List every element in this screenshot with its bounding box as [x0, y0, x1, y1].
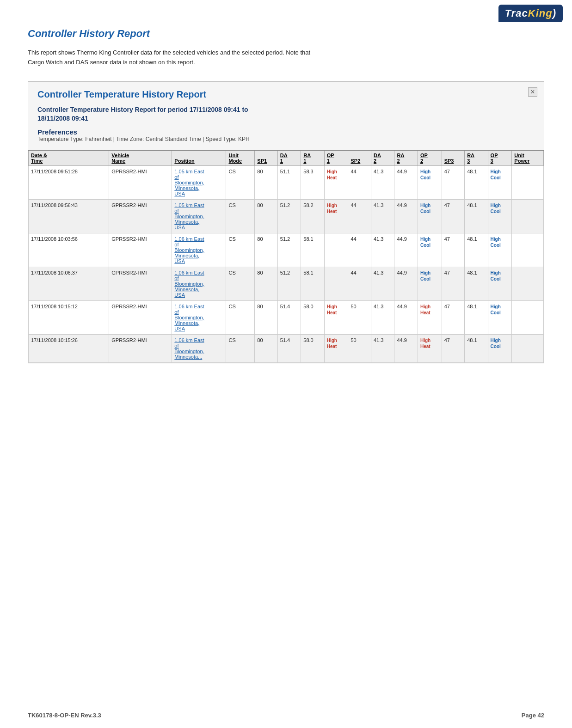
position-link[interactable]: USA — [174, 258, 223, 264]
panel-header: Controller Temperature History Report × … — [28, 82, 544, 150]
high-cool-label: HighCool — [491, 169, 501, 180]
position-link[interactable]: USA — [174, 292, 223, 298]
high-heat-label: HighHeat — [420, 338, 431, 349]
cell-sp1: 80 — [255, 199, 278, 233]
cell-unit-mode: CS — [226, 199, 255, 233]
high-cool-label: HighCool — [491, 237, 501, 248]
position-link[interactable]: USA — [174, 225, 223, 230]
position-link[interactable]: Bloomington, — [174, 247, 223, 253]
position-link[interactable]: of — [174, 174, 223, 180]
high-cool-label: HighCool — [420, 270, 431, 281]
position-link[interactable]: 1.06 km East — [174, 304, 223, 309]
position-link[interactable]: Minnesota, — [174, 287, 223, 292]
cell-op3: HighCool — [488, 300, 512, 334]
position-link[interactable]: Minnesota, — [174, 185, 223, 191]
close-button[interactable]: × — [528, 87, 537, 97]
cell-ra2: 44.9 — [394, 334, 418, 362]
cell-op3: HighCool — [488, 334, 512, 362]
position-link[interactable]: USA — [174, 191, 223, 196]
cell-ra1: 58.1 — [301, 267, 324, 300]
table-row: 17/11/2008 10:15:12GPRSSR2-HMI1.06 km Ea… — [29, 300, 544, 334]
cell-position[interactable]: 1.05 km EastofBloomington,Minnesota,USA — [172, 165, 226, 199]
cell-op1: HighHeat — [324, 334, 348, 362]
table-row: 17/11/2008 10:03:56GPRSSR2-HMI1.06 km Ea… — [29, 233, 544, 267]
position-link[interactable]: Minnesota... — [174, 354, 223, 360]
position-link[interactable]: Bloomington, — [174, 315, 223, 320]
table-body: 17/11/2008 09:51:28GPRSSR2-HMI1.05 km Ea… — [29, 165, 544, 362]
cell-unit-mode: CS — [226, 300, 255, 334]
table-row: 17/11/2008 10:15:26GPRSSR2-HMI1.06 km Ea… — [29, 334, 544, 362]
cell-unit-power — [512, 300, 544, 334]
cell-sp3: 47 — [442, 300, 465, 334]
position-link[interactable]: of — [174, 309, 223, 315]
high-cool-label: HighCool — [420, 169, 431, 180]
logo-trac: Trac — [505, 7, 528, 19]
position-link[interactable]: 1.06 km East — [174, 236, 223, 242]
logo: TracKing) — [498, 5, 563, 22]
position-link[interactable]: Minnesota, — [174, 219, 223, 225]
cell-unit-mode: CS — [226, 233, 255, 267]
cell-da1: 51.4 — [277, 300, 301, 334]
cell-sp2: 44 — [348, 267, 371, 300]
cell-da1: 51.2 — [277, 233, 301, 267]
cell-unit-mode: CS — [226, 267, 255, 300]
cell-sp1: 80 — [255, 267, 278, 300]
position-link[interactable]: of — [174, 242, 223, 247]
cell-op3: HighCool — [488, 233, 512, 267]
cell-date-time: 17/11/2008 09:56:43 — [29, 199, 109, 233]
cell-unit-power — [512, 199, 544, 233]
cell-position[interactable]: 1.06 km EastofBloomington,Minnesota,USA — [172, 233, 226, 267]
table-header-row: Date &Time VehicleName Position UnitMode… — [29, 150, 544, 166]
cell-position[interactable]: 1.05 km EastofBloomington,Minnesota,USA — [172, 199, 226, 233]
prefs-section: Preferences Temperature Type: Fahrenheit… — [37, 128, 535, 142]
cell-op2: HighCool — [418, 199, 442, 233]
cell-ra1: 58.3 — [301, 165, 324, 199]
cell-unit-power — [512, 165, 544, 199]
cell-ra2: 44.9 — [394, 267, 418, 300]
report-description: This report shows Thermo King Controller… — [28, 48, 544, 67]
cell-ra2: 44.9 — [394, 199, 418, 233]
cell-sp3: 47 — [442, 334, 465, 362]
position-link[interactable]: Bloomington, — [174, 281, 223, 287]
position-link[interactable]: 1.06 km East — [174, 337, 223, 343]
cell-position[interactable]: 1.06 km EastofBloomington,Minnesota,USA — [172, 267, 226, 300]
cell-position[interactable]: 1.06 km EastofBloomington,Minnesota... — [172, 334, 226, 362]
cell-da1: 51.1 — [277, 165, 301, 199]
cell-unit-power — [512, 267, 544, 300]
table-row: 17/11/2008 09:51:28GPRSSR2-HMI1.05 km Ea… — [29, 165, 544, 199]
cell-sp3: 47 — [442, 165, 465, 199]
cell-date-time: 17/11/2008 10:03:56 — [29, 233, 109, 267]
position-link[interactable]: Minnesota, — [174, 320, 223, 326]
cell-unit-mode: CS — [226, 165, 255, 199]
cell-vehicle-name: GPRSSR2-HMI — [109, 233, 172, 267]
position-link[interactable]: of — [174, 208, 223, 214]
col-date-time: Date &Time — [29, 150, 109, 166]
position-link[interactable]: 1.05 km East — [174, 202, 223, 208]
cell-op2: HighCool — [418, 233, 442, 267]
cell-ra3: 48.1 — [465, 199, 488, 233]
cell-op3: HighCool — [488, 199, 512, 233]
col-ra2: RA2 — [394, 150, 418, 166]
high-cool-label: HighCool — [420, 237, 431, 248]
cell-unit-power — [512, 233, 544, 267]
position-link[interactable]: 1.06 km East — [174, 270, 223, 275]
position-link[interactable]: of — [174, 275, 223, 281]
cell-vehicle-name: GPRSSR2-HMI — [109, 199, 172, 233]
col-position: Position — [172, 150, 226, 166]
cell-op1 — [324, 267, 348, 300]
cell-position[interactable]: 1.06 km EastofBloomington,Minnesota,USA — [172, 300, 226, 334]
position-link[interactable]: Minnesota, — [174, 253, 223, 258]
position-link[interactable]: Bloomington, — [174, 180, 223, 185]
position-link[interactable]: Bloomington, — [174, 349, 223, 354]
table-row: 17/11/2008 09:56:43GPRSSR2-HMI1.05 km Ea… — [29, 199, 544, 233]
col-unit-mode: UnitMode — [226, 150, 255, 166]
cell-da1: 51.2 — [277, 199, 301, 233]
col-vehicle-name: VehicleName — [109, 150, 172, 166]
cell-sp2: 50 — [348, 300, 371, 334]
col-sp3: SP3 — [442, 150, 465, 166]
cell-da2: 41.3 — [371, 334, 394, 362]
position-link[interactable]: 1.05 km East — [174, 169, 223, 174]
position-link[interactable]: of — [174, 343, 223, 349]
position-link[interactable]: USA — [174, 326, 223, 331]
position-link[interactable]: Bloomington, — [174, 214, 223, 219]
